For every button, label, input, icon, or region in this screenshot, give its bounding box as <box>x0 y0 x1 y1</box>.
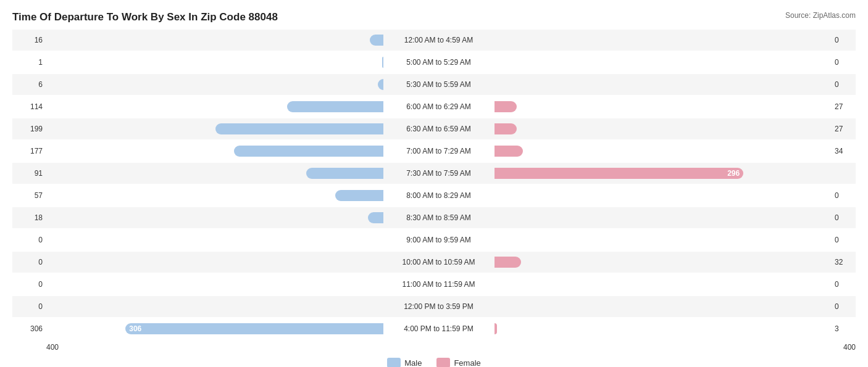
right-value: 27 <box>831 102 856 111</box>
left-bars <box>46 233 383 247</box>
time-label: 7:00 AM to 7:29 AM <box>383 147 495 155</box>
right-bars <box>495 211 832 225</box>
right-value: 32 <box>831 258 856 266</box>
bar-female <box>495 257 522 268</box>
left-bars <box>46 255 383 269</box>
chart-area: 16 12:00 AM to 4:59 AM 0 1 5:00 A <box>12 30 856 339</box>
left-value: 177 <box>12 147 46 155</box>
left-value: 114 <box>12 102 46 111</box>
chart-row: 16 12:00 AM to 4:59 AM 0 <box>12 30 856 51</box>
bars-wrapper: 11:00 AM to 11:59 AM <box>46 274 831 295</box>
left-bars <box>46 78 383 91</box>
axis-val-left: 400 <box>46 343 59 352</box>
bars-wrapper: 12:00 PM to 3:59 PM <box>46 296 831 317</box>
bar-male: 306 <box>125 323 383 334</box>
time-label: 10:00 AM to 10:59 AM <box>383 258 495 266</box>
bar-male <box>215 123 383 134</box>
left-value: 91 <box>12 169 46 178</box>
left-bars <box>46 167 383 180</box>
right-value: 0 <box>831 236 856 244</box>
right-value: 0 <box>831 191 856 200</box>
legend-female-label: Female <box>454 358 480 368</box>
male-val-inside: 306 <box>129 324 141 333</box>
right-value: 0 <box>831 213 856 222</box>
left-value: 57 <box>12 191 46 200</box>
left-bars <box>46 300 383 313</box>
time-label: 12:00 PM to 3:59 PM <box>383 302 495 311</box>
time-label: 4:00 PM to 11:59 PM <box>383 324 495 333</box>
right-value: 0 <box>831 36 856 44</box>
right-bars <box>495 300 832 313</box>
time-label: 12:00 AM to 4:59 AM <box>383 36 495 44</box>
left-bars <box>46 100 383 113</box>
chart-row: 177 7:00 AM to 7:29 AM 34 <box>12 141 856 162</box>
right-bars: 296 <box>495 167 832 180</box>
right-value: 27 <box>831 125 856 133</box>
bars-wrapper: 7:00 AM to 7:29 AM <box>46 141 831 162</box>
right-bars <box>495 56 832 69</box>
left-bars <box>46 278 383 291</box>
bar-male <box>287 101 383 112</box>
chart-container: Time Of Departure To Work By Sex In Zip … <box>0 0 868 367</box>
right-value: 0 <box>831 280 856 289</box>
bars-wrapper: 306 4:00 PM to 11:59 PM <box>46 318 831 339</box>
left-value: 0 <box>12 280 46 289</box>
right-value: 0 <box>831 58 856 67</box>
legend: Male Female <box>12 358 856 367</box>
bars-wrapper: 5:30 AM to 5:59 AM <box>46 74 831 95</box>
right-bars <box>495 322 832 336</box>
bars-wrapper: 5:00 AM to 5:29 AM <box>46 52 831 73</box>
bars-wrapper: 8:00 AM to 8:29 AM <box>46 185 831 206</box>
female-val-inside: 296 <box>727 169 740 178</box>
chart-row: 1 5:00 AM to 5:29 AM 0 <box>12 52 856 73</box>
bar-male <box>378 79 383 90</box>
left-value: 199 <box>12 125 46 133</box>
right-bars <box>495 255 832 269</box>
chart-row: 199 6:30 AM to 6:59 AM 27 <box>12 118 856 139</box>
chart-row: 114 6:00 AM to 6:29 AM 27 <box>12 96 856 117</box>
right-bars <box>495 33 832 47</box>
bar-male <box>368 212 383 223</box>
left-bars <box>46 56 383 69</box>
chart-title: Time Of Departure To Work By Sex In Zip … <box>12 11 856 23</box>
chart-row: 91 7:30 AM to 7:59 AM 296 <box>12 163 856 184</box>
chart-row: 18 8:30 AM to 8:59 AM 0 <box>12 207 856 228</box>
bar-male <box>234 146 383 157</box>
bar-male <box>370 35 383 46</box>
axis-row: 400 400 <box>12 343 856 352</box>
left-value: 18 <box>12 213 46 222</box>
chart-row: 6 5:30 AM to 5:59 AM 0 <box>12 74 856 95</box>
left-bars <box>46 189 383 202</box>
left-value: 0 <box>12 258 46 266</box>
left-value: 6 <box>12 80 46 89</box>
bar-male <box>306 168 383 179</box>
time-label: 8:00 AM to 8:29 AM <box>383 191 495 200</box>
right-bars <box>495 278 832 291</box>
right-value: 34 <box>831 147 856 155</box>
axis-bar-area: 400 400 <box>46 343 856 352</box>
time-label: 8:30 AM to 8:59 AM <box>383 213 495 222</box>
chart-row: 0 12:00 PM to 3:59 PM 0 <box>12 296 856 317</box>
bar-male <box>335 190 383 201</box>
left-bars: 306 <box>46 322 383 336</box>
left-value: 0 <box>12 302 46 311</box>
right-bars <box>495 233 832 247</box>
right-value: 3 <box>831 324 856 333</box>
legend-male: Male <box>387 358 422 367</box>
legend-male-box <box>387 358 401 367</box>
chart-row: 0 11:00 AM to 11:59 AM 0 <box>12 274 856 295</box>
legend-male-label: Male <box>404 358 422 368</box>
bar-female <box>495 101 517 112</box>
left-value: 16 <box>12 36 46 44</box>
bar-female <box>495 123 517 134</box>
bars-wrapper: 12:00 AM to 4:59 AM <box>46 30 831 51</box>
time-label: 6:30 AM to 6:59 AM <box>383 125 495 133</box>
left-bars <box>46 33 383 47</box>
bars-wrapper: 6:00 AM to 6:29 AM <box>46 96 831 117</box>
time-label: 5:30 AM to 5:59 AM <box>383 80 495 89</box>
time-label: 5:00 AM to 5:29 AM <box>383 58 495 67</box>
time-label: 6:00 AM to 6:29 AM <box>383 102 495 111</box>
bars-wrapper: 9:00 AM to 9:59 AM <box>46 229 831 250</box>
bars-wrapper: 6:30 AM to 6:59 AM <box>46 118 831 139</box>
right-bars <box>495 100 832 113</box>
